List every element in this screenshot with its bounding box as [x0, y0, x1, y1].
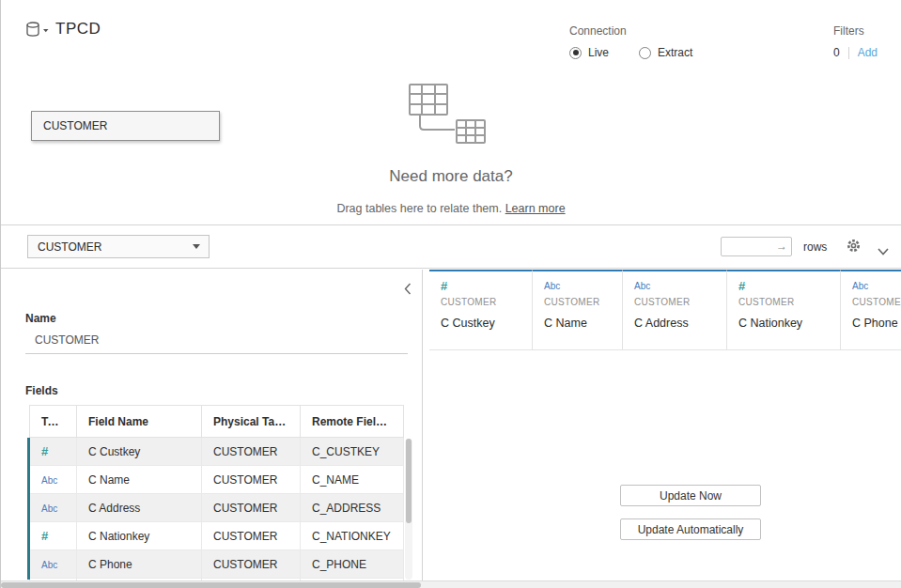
empty-state: Need more data? Drag tables here to rela… — [1, 83, 901, 215]
lower-pane: Name CUSTOMER Fields Type Field Name Phy… — [1, 270, 901, 580]
preview-column-header[interactable]: Abc CUSTOMER C Name — [533, 270, 623, 350]
field-name-cell: C Name — [77, 466, 202, 494]
field-row[interactable]: Abc C Name CUSTOMER C_NAME — [30, 466, 404, 494]
gear-icon[interactable] — [846, 238, 862, 257]
fields-table-header-row: Type Field Name Physical Table Remote Fi… — [30, 406, 404, 438]
radio-dot-icon — [639, 47, 651, 59]
string-type-icon: Abc — [41, 475, 57, 486]
chevron-down-icon — [193, 244, 200, 249]
row-count-field: → — [721, 237, 792, 256]
fields-table: Type Field Name Physical Table Remote Fi… — [29, 405, 404, 580]
preview-header-row: # CUSTOMER C Custkey Abc CUSTOMER C Name… — [424, 270, 901, 350]
preview-table-name: CUSTOMER — [441, 297, 520, 307]
connection-label: Connection — [569, 24, 692, 38]
preview-field-name: C Name — [544, 317, 611, 330]
horizontal-scrollbar[interactable] — [1, 580, 901, 588]
go-arrow-icon[interactable]: → — [776, 240, 787, 253]
field-name-cell: C Address — [77, 494, 202, 522]
column-header-remote-field[interactable]: Remote Field... — [301, 406, 404, 438]
connection-live-radio[interactable]: Live — [569, 46, 609, 59]
filters-label: Filters — [833, 24, 878, 38]
connection-section: Connection Live Extract — [569, 24, 692, 59]
empty-state-subtitle: Drag tables here to relate them. Learn m… — [1, 202, 901, 215]
field-row[interactable]: Abc C Address CUSTOMER C_ADDRESS — [30, 494, 404, 522]
field-name-cell: C Custkey — [77, 438, 202, 466]
connection-live-label: Live — [588, 46, 609, 59]
preview-table-name: CUSTOMER — [634, 297, 715, 307]
preview-field-name: C Custkey — [441, 317, 520, 330]
number-type-icon: # — [41, 529, 48, 543]
preview-table-name: CUSTOMER — [544, 297, 611, 307]
scrollbar-thumb[interactable] — [1, 582, 421, 588]
column-header-field-name[interactable]: Field Name — [77, 406, 202, 438]
physical-table-cell: CUSTOMER — [202, 522, 301, 550]
field-name-cell: C Phone — [77, 550, 202, 579]
remote-field-cell: C_ADDRESS — [301, 494, 404, 522]
remote-field-cell: C_CUSTKEY — [301, 438, 404, 466]
physical-table-cell: CUSTOMER — [202, 494, 301, 522]
grid-toolbar: CUSTOMER → rows — [1, 224, 901, 269]
datasource-icon[interactable] — [25, 21, 51, 43]
remote-field-cell: C_NATIONKEY — [301, 522, 404, 550]
physical-table-cell: CUSTOMER — [202, 438, 301, 466]
table-select-value: CUSTOMER — [38, 240, 101, 254]
string-type-icon: Abc — [634, 279, 715, 292]
divider — [25, 353, 408, 354]
table-select-dropdown[interactable]: CUSTOMER — [27, 235, 210, 258]
preview-body: Update Now Update Automatically — [424, 351, 901, 580]
connection-extract-radio[interactable]: Extract — [639, 46, 692, 59]
preview-column-header[interactable]: Abc CUSTOMER C Address — [623, 270, 727, 350]
column-header-physical-table[interactable]: Physical Table — [202, 406, 301, 438]
physical-table-cell: CUSTOMER — [202, 466, 301, 494]
column-header-type[interactable]: Type — [30, 406, 77, 438]
radio-dot-icon — [569, 47, 582, 59]
preview-column-header[interactable]: Abc CUSTOMER C Phone — [841, 270, 901, 350]
preview-field-name: C Nationkey — [738, 317, 829, 330]
string-type-icon: Abc — [852, 279, 901, 292]
filters-count: 0 — [833, 46, 840, 59]
update-now-button[interactable]: Update Now — [620, 485, 761, 506]
preview-column-header[interactable]: # CUSTOMER C Nationkey — [727, 270, 841, 350]
data-preview-panel: # CUSTOMER C Custkey Abc CUSTOMER C Name… — [424, 270, 901, 580]
field-row[interactable]: # C Custkey CUSTOMER C_CUSTKEY — [30, 438, 404, 466]
preview-table-name: CUSTOMER — [738, 297, 829, 307]
name-label: Name — [25, 312, 56, 325]
field-row[interactable]: Abc C Phone CUSTOMER C_PHONE — [30, 550, 404, 579]
tables-illustration-icon — [408, 83, 494, 147]
connection-extract-label: Extract — [658, 46, 692, 59]
page-title: TPCD — [55, 20, 101, 39]
empty-state-hint: Drag tables here to relate them. — [336, 202, 502, 215]
field-metadata-panel: Name CUSTOMER Fields Type Field Name Phy… — [1, 270, 423, 580]
physical-table-cell: CUSTOMER — [202, 550, 301, 579]
divider — [848, 47, 849, 59]
remote-field-cell: C_NAME — [301, 466, 404, 494]
number-type-icon: # — [441, 279, 520, 292]
learn-more-link[interactable]: Learn more — [505, 202, 566, 215]
update-automatically-button[interactable]: Update Automatically — [620, 518, 761, 540]
preview-field-name: C Address — [634, 317, 715, 330]
tableau-data-source-page: TPCD Connection Live Extract Filters 0 A… — [0, 0, 901, 588]
filters-section: Filters 0 Add — [833, 24, 878, 59]
empty-state-title: Need more data? — [1, 167, 901, 186]
field-name-cell: C Nationkey — [77, 522, 202, 550]
string-type-icon: Abc — [41, 503, 57, 514]
filters-row: 0 Add — [833, 46, 878, 59]
preview-column-header[interactable]: # CUSTOMER C Custkey — [429, 270, 533, 350]
field-row[interactable]: # C Nationkey CUSTOMER C_NATIONKEY — [30, 522, 404, 550]
number-type-icon: # — [41, 444, 48, 458]
scrollbar-thumb[interactable] — [406, 439, 412, 523]
fields-scrollbar[interactable] — [405, 439, 412, 580]
string-type-icon: Abc — [41, 560, 57, 570]
relationship-canvas: TPCD Connection Live Extract Filters 0 A… — [1, 0, 901, 224]
row-count-input[interactable] — [724, 238, 776, 255]
name-value[interactable]: CUSTOMER — [35, 333, 99, 347]
chevron-down-icon[interactable] — [878, 242, 889, 259]
remote-field-cell: C_PHONE — [301, 550, 404, 579]
collapse-panel-icon[interactable] — [404, 282, 412, 299]
string-type-icon: Abc — [544, 279, 611, 292]
preview-table-name: CUSTOMER — [852, 297, 901, 307]
filters-add-link[interactable]: Add — [858, 46, 878, 59]
rows-label: rows — [803, 240, 827, 254]
fields-label: Fields — [25, 384, 58, 397]
preview-field-name: C Phone — [852, 317, 901, 330]
